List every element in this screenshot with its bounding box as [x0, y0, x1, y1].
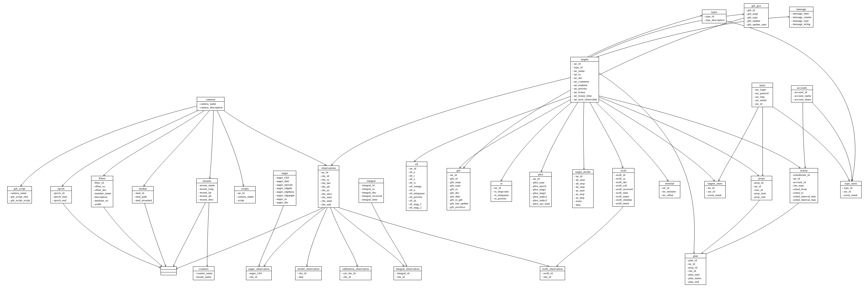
entity-title: integral [359, 179, 383, 183]
entity-title: tickets [790, 169, 818, 173]
entity-title: grb_gcn [744, 4, 768, 8]
entity-field: sched_from [792, 187, 816, 191]
entity-fields: auger_t3idauger_dateauger_npixelsauger_s… [274, 175, 296, 205]
entity-field: obs_end [320, 203, 337, 207]
entity-fields: tar_idalt_startalt_stopalt_stepaz_starta… [572, 174, 593, 208]
entity-title: epoch [51, 186, 71, 191]
entity-field: obs_id [542, 275, 563, 279]
entity-grb_gcn: grb_gcngrb_idgrb_seqngrb_typegrb_updateg… [744, 3, 769, 28]
entity-field: med_path [134, 195, 152, 199]
entity-field: grb_date [448, 195, 468, 198]
entity-fields: med_idmed_pathmed_mounted [132, 191, 153, 203]
entity-field: event_mask [842, 193, 860, 197]
entity-field: message_string [791, 23, 811, 26]
entity-field: grb_dec [448, 191, 468, 195]
entity-field: usr_id [753, 102, 771, 106]
entity-fields: tar_idusr_idevent_mask [705, 186, 725, 198]
entity-fields: tar_idobs_idobs_raobs_decobs_altobs_azob… [318, 170, 339, 208]
entity-field: offset_dec [93, 188, 111, 192]
entity-fields: grb_idgrb_seqngrb_typegrb_updategrb_upda… [744, 8, 768, 28]
entity-field: tar_id [572, 62, 597, 66]
empty-entity [160, 266, 177, 275]
entity-filters: filtersfilter_idoffset_raoffset_decstand… [91, 176, 113, 207]
entity-field: tar_name [572, 69, 597, 73]
entity-field: tar_id [493, 186, 510, 190]
entity-field: tar_ra [572, 73, 597, 76]
entity-field: prop_id [687, 266, 704, 269]
entity-terestial: terestialtar_idter_minutester_offset [659, 181, 680, 198]
entity-field: ell_n [408, 188, 426, 192]
entity-field: ell_i [408, 174, 426, 178]
entity-field: tar_enabled [572, 83, 597, 87]
entity-field: type_id [842, 186, 860, 190]
entity-title: calibration_observation [340, 267, 371, 271]
entity-field: tar_id [448, 173, 468, 177]
entity-field: obs_id [320, 174, 337, 178]
entity-field: grb_script_script [9, 199, 30, 202]
entity-field: user_id [753, 188, 770, 192]
entity-field: grb_seqn [746, 12, 767, 16]
entity-field: ell_mag_2 [408, 206, 426, 210]
entity-auger_observation: auger_observationauger_t3idobs_id [246, 266, 272, 280]
entity-swift: swiftswift_idswift_raswift_decswift_roll… [612, 168, 634, 207]
entity-field: swift_received [614, 187, 632, 191]
entity-title: auger [274, 171, 296, 175]
entity-field: grb_update [746, 19, 767, 23]
entity-field: message_type [791, 19, 811, 23]
entity-fields: auger_t3idobs_id [246, 271, 271, 280]
entity-field: camera_description [198, 106, 223, 109]
entity-field: auger_dec [275, 201, 294, 204]
entity-title: target_model [572, 170, 593, 174]
entity-fields: tar_idter_minutester_offset [659, 186, 680, 198]
entity-field: phot_mag1 [531, 188, 550, 191]
entity-fields: swift_idswift_raswift_decswift_rollswift… [613, 173, 634, 207]
entity-mounts: mountsmount_namemount_longmount_latmount… [196, 179, 218, 203]
entity-title: message [789, 7, 813, 11]
entity-field: ot_minpause [493, 193, 510, 197]
entity-target_model: target_modeltar_idalt_startalt_stopalt_s… [572, 170, 593, 208]
entity-field: ell_a [408, 171, 426, 174]
entity-field: cal_obs_id [342, 271, 370, 275]
entity-title: phot [530, 172, 551, 177]
entity-title: grb [447, 169, 470, 173]
entity-field: az_start [574, 189, 592, 192]
entity-field: obs_slew [320, 192, 337, 196]
entity-field: standart_name [93, 192, 111, 195]
entity-swift_observation: swift_observationswift_idobs_id [540, 266, 565, 280]
entity-field: grb_type [448, 184, 468, 187]
entity-fields: swift_idobs_id [540, 271, 565, 280]
entity-field: epoch_id [52, 191, 70, 195]
entity-fields: mount_namemount_longmount_latmount_altmo… [196, 183, 217, 203]
entity-field: ell_priority [408, 195, 426, 199]
entity-field: mount_long [198, 187, 216, 191]
entity-title: cameras [197, 97, 224, 102]
entity-field: grb_type [746, 16, 767, 20]
entity-field: tar_next_observable [572, 98, 597, 101]
entity-type_users: type_userstype_idusr_idevent_mask [840, 181, 862, 198]
entity-field: ell_w [408, 181, 426, 185]
entity-title: model_observation [296, 267, 321, 271]
entity-field: tar_comment [572, 80, 597, 83]
relationship-edges [0, 0, 868, 291]
entity-field: message_oname [791, 15, 811, 19]
entity-field: sched_to [792, 191, 816, 195]
entity-field: auger_t3id [248, 271, 270, 275]
entity-field: account_name [793, 94, 811, 98]
entity-integral: integralintegral_idintegral_raintegral_d… [359, 179, 384, 203]
entity-field: ell_minpause [408, 192, 426, 195]
entity-field: phot_sao_num [531, 202, 550, 206]
entity-field: obs_ra [320, 178, 337, 182]
entity-fields: tar_idphot_typephot_epochphot_mag1phot_m… [530, 177, 551, 207]
entity-field: swift_obstime [614, 198, 632, 202]
entity-fields: schedticket_idtar_idaccount_idobs_numsch… [790, 173, 818, 203]
entity-field: integral_id [361, 184, 382, 187]
entity-fields: message_timemessage_onamemessage_typemes… [789, 11, 813, 27]
entity-field: camera_name [236, 195, 254, 199]
entity-fields: account_idaccount_nameaccount_share [792, 90, 813, 102]
entity-title: ell [406, 162, 427, 166]
entity-field: plan_end [687, 280, 704, 284]
entity-field: sched_interval_max [792, 198, 816, 202]
entity-field: epoch_start [52, 195, 70, 199]
entity-title: counters [193, 267, 214, 271]
entity-field: phot_index2 [531, 199, 550, 202]
